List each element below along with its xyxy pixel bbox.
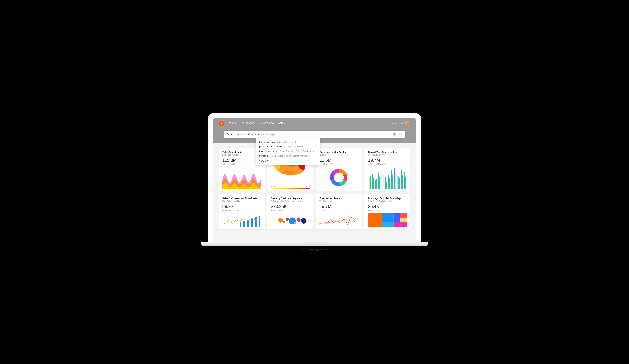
svg-rect-61	[394, 213, 400, 222]
search-bar[interactable]: revenue by product by transaction type t…	[224, 131, 405, 138]
card-metric: Total Closed Won ($)	[368, 163, 407, 165]
card-subtitle: Sales, Margins, Customers, Last Year	[271, 200, 310, 202]
autocomplete-item[interactable]: pos transaction number - in Orders Works…	[256, 144, 320, 149]
svg-point-42	[228, 220, 229, 221]
svg-rect-11	[369, 177, 369, 189]
card-title: Closed Won Opportunities	[368, 151, 407, 153]
svg-point-47	[247, 220, 248, 221]
autocomplete-item[interactable]: trenton store #43 - Store Name in Stores…	[256, 154, 320, 158]
autocomplete-item[interactable]: travis county, texas - Store County in O…	[256, 149, 320, 154]
svg-rect-20	[383, 175, 383, 189]
avatar	[405, 121, 410, 126]
database-icon	[393, 133, 396, 136]
svg-rect-28	[396, 174, 396, 189]
svg-point-57	[294, 222, 296, 224]
svg-point-48	[251, 218, 252, 219]
card-value: 26.4K	[368, 204, 407, 209]
svg-rect-33	[404, 172, 405, 189]
chevron-down-icon	[271, 160, 272, 162]
nav-item-manage-data[interactable]: MANAGE DATA	[259, 121, 274, 126]
app-screen: STS SEARCH PINBOARDS MANAGE DATA ADMIN J…	[213, 118, 416, 243]
card-subtitle: By Product, Monthly	[368, 154, 407, 156]
svg-point-2	[394, 133, 395, 134]
svg-point-56	[283, 221, 285, 223]
svg-point-49	[255, 219, 256, 220]
svg-rect-22	[386, 182, 387, 189]
info-icon	[399, 133, 401, 136]
svg-point-46	[244, 218, 244, 219]
svg-rect-21	[385, 178, 386, 189]
card-title: Sales & Conversion Rate (East)	[222, 197, 261, 200]
card-bookings-reps[interactable]: Bookings, Opps by Sales Rep Total Sales,…	[364, 194, 410, 229]
card-metric: Total Sales ($)	[319, 209, 358, 211]
autocomplete-dropdown: transaction type - in Sales Worksheet po…	[256, 138, 320, 165]
line-bar-chart	[222, 213, 261, 227]
autocomplete-view-more[interactable]: View More	[256, 158, 320, 164]
svg-point-3	[400, 134, 400, 134]
svg-rect-60	[382, 222, 394, 227]
nav-item-pinboards[interactable]: PINBOARDS	[242, 121, 254, 126]
card-title: Forecast vs. Actual	[319, 197, 358, 200]
svg-point-45	[240, 221, 241, 222]
map-legend: 41.36189.75	[271, 185, 310, 187]
data-source-button[interactable]	[392, 132, 397, 137]
svg-rect-64	[394, 222, 407, 227]
card-forecast-actual[interactable]: Forecast vs. Actual Total Sales, Weekly …	[316, 194, 362, 229]
card-metric: Avg Conversion Rate	[222, 209, 261, 211]
card-conversion-rate[interactable]: Sales & Conversion Rate (East) Total Sal…	[219, 194, 265, 229]
svg-rect-12	[370, 176, 370, 189]
svg-point-43	[232, 223, 233, 224]
svg-rect-36	[243, 221, 245, 227]
card-value: $33.25K	[271, 204, 310, 209]
svg-rect-25	[391, 170, 392, 189]
svg-point-51	[278, 218, 283, 222]
svg-rect-39	[255, 217, 257, 227]
card-title: Sales by Customer Segment	[271, 197, 310, 200]
search-tokens: revenue by product by transaction type	[231, 133, 390, 136]
treemap-chart	[368, 213, 407, 227]
search-ghost-text: ansaction type	[259, 133, 275, 136]
svg-rect-59	[382, 213, 394, 222]
svg-rect-58	[368, 213, 382, 227]
svg-rect-31	[401, 170, 402, 189]
card-metric: Total Open ($)	[222, 163, 261, 165]
user-menu[interactable]: Jessica Love	[391, 121, 410, 126]
card-metric: Average Value	[271, 209, 310, 211]
card-subtitle: Quarter	[319, 154, 358, 156]
svg-rect-23	[388, 175, 389, 189]
svg-rect-26	[392, 175, 393, 189]
svg-rect-17	[378, 173, 379, 189]
topbar: STS SEARCH PINBOARDS MANAGE DATA ADMIN J…	[213, 118, 416, 143]
info-button[interactable]	[398, 132, 402, 137]
svg-rect-19	[381, 174, 382, 189]
search-token: revenue	[231, 133, 240, 136]
card-metric: Total Open ($)	[319, 163, 358, 165]
search-token-by: by	[241, 133, 244, 136]
card-metric: Average Value	[368, 209, 407, 211]
card-value: 13.5M	[319, 158, 358, 163]
nav-item-search[interactable]: SEARCH	[229, 121, 237, 126]
card-opportunities-by-product[interactable]: Opportunities by Product Quarter 13.5M T…	[316, 148, 362, 191]
svg-point-41	[224, 223, 225, 224]
svg-rect-30	[399, 178, 400, 189]
svg-rect-24	[389, 178, 390, 189]
map-gradient	[271, 188, 310, 189]
area-chart	[222, 167, 261, 189]
autocomplete-item[interactable]: transaction type - in Sales Worksheet	[256, 140, 320, 144]
card-closed-won[interactable]: Closed Won Opportunities By Product, Mon…	[364, 148, 410, 191]
svg-rect-14	[373, 178, 374, 189]
card-customer-segment[interactable]: Sales by Customer Segment Sales, Margins…	[267, 194, 313, 229]
svg-rect-13	[372, 174, 373, 189]
app-logo[interactable]: STS	[219, 121, 224, 126]
svg-rect-34	[405, 178, 406, 189]
nav-item-admin[interactable]: ADMIN	[278, 121, 285, 126]
card-value: 105.8M	[222, 158, 261, 163]
card-title: Opportunities by Product	[319, 151, 358, 153]
donut-chart	[319, 167, 358, 189]
svg-point-52	[286, 217, 289, 221]
watermark: SoftwareSuggest.com	[301, 248, 328, 251]
card-subtitle: Total Sales, Total Opportunities	[368, 200, 407, 202]
search-icon	[227, 133, 229, 136]
user-name: Jessica Love	[391, 122, 404, 124]
card-title: Bookings, Opps by Sales Rep	[368, 197, 407, 200]
